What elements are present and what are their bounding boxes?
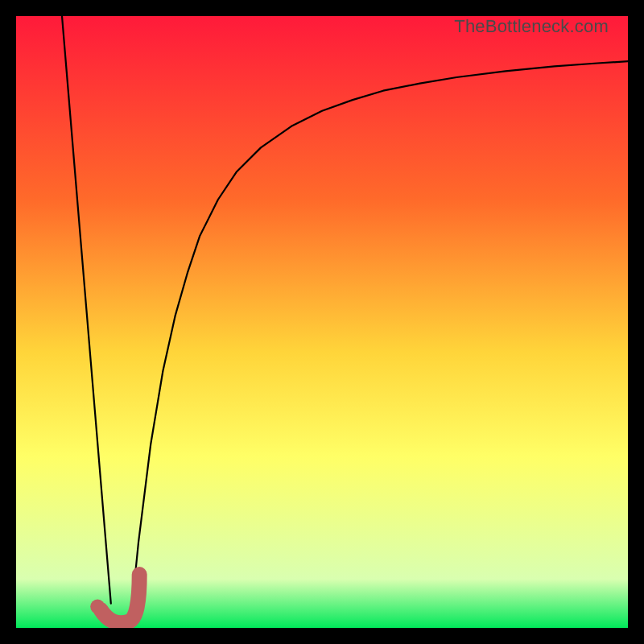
plot-area: TheBottleneck.com (16, 16, 628, 628)
watermark-text: TheBottleneck.com (454, 16, 609, 37)
optimal-marker (16, 16, 628, 628)
chart-frame: TheBottleneck.com (0, 0, 644, 644)
